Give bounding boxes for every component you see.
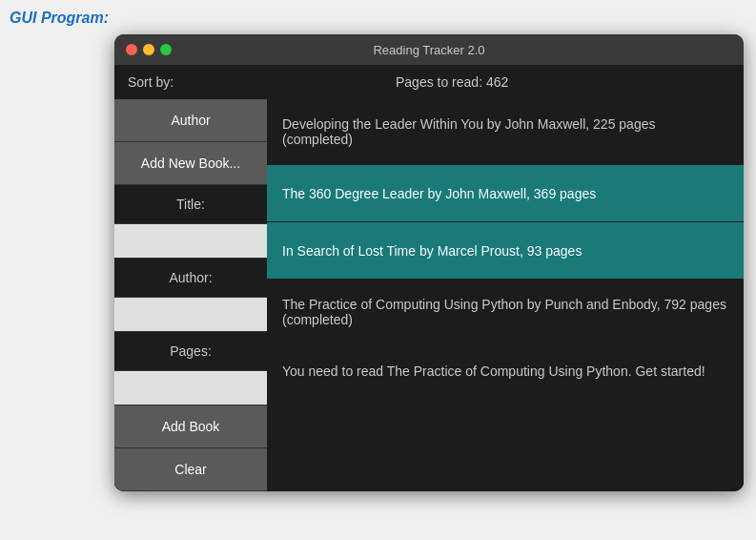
sort-bar: Sort by: Pages to read: 462 [114,65,744,99]
book-item-4-text: The Practice of Computing Using Python b… [282,297,728,327]
message-text: You need to read The Practice of Computi… [282,363,705,379]
title-bar: Reading Tracker 2.0 [114,34,744,65]
left-panel: Author Add New Book... Title: Author: Pa… [114,99,267,491]
book-item-1: Developing the Leader Within You by John… [267,99,744,165]
book-item-3: In Search of Lost Time by Marcel Proust,… [267,222,744,280]
close-button[interactable] [126,44,137,55]
main-content: Author Add New Book... Title: Author: Pa… [114,99,744,491]
book-item-2-text: The 360 Degree Leader by John Maxwell, 3… [282,186,596,201]
maximize-button[interactable] [160,44,172,55]
page-wrapper: GUI Program: Reading Tracker 2.0 Sort by… [0,0,756,540]
add-book-button[interactable]: Add Book [114,405,267,448]
book-item-4: The Practice of Computing Using Python b… [267,280,744,345]
book-item-1-text: Developing the Leader Within You by John… [282,116,728,147]
app-window: Reading Tracker 2.0 Sort by: Pages to re… [114,34,744,491]
pages-input[interactable] [114,371,267,405]
book-item-3-text: In Search of Lost Time by Marcel Proust,… [282,243,582,259]
author-input[interactable] [114,298,267,332]
sort-by-label: Sort by: [128,74,174,90]
author-label: Author: [114,259,267,298]
author-sort-button[interactable]: Author [114,99,267,142]
minimize-button[interactable] [143,44,154,55]
pages-to-read: Pages to read: 462 [174,74,730,90]
message-item: You need to read The Practice of Computi… [267,345,744,398]
title-label: Title: [114,185,267,224]
right-panel: Developing the Leader Within You by John… [267,99,744,491]
gui-program-label: GUI Program: [10,10,109,27]
add-new-book-button[interactable]: Add New Book... [114,142,267,185]
pages-label: Pages: [114,332,267,371]
book-item-2: The 360 Degree Leader by John Maxwell, 3… [267,165,744,222]
traffic-lights [126,44,172,55]
title-input[interactable] [114,224,267,259]
clear-button[interactable]: Clear [114,448,267,491]
window-title: Reading Tracker 2.0 [126,43,732,57]
